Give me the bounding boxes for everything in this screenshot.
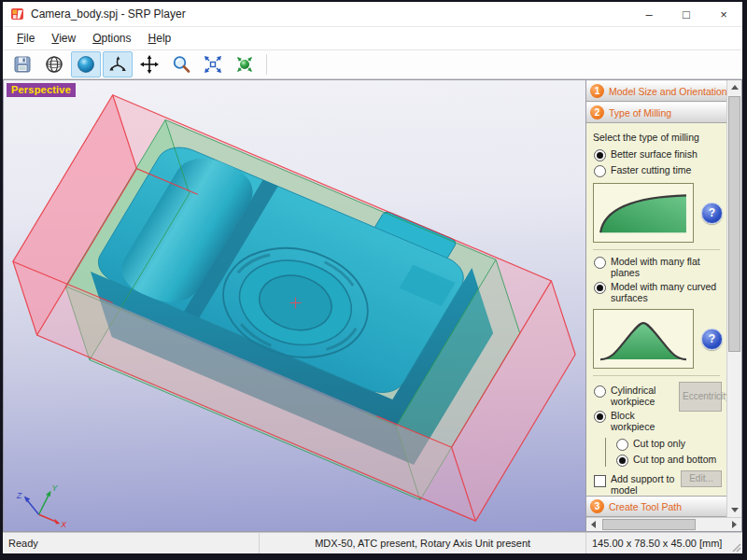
magnifier-icon bbox=[171, 54, 191, 75]
resize-grip[interactable] bbox=[730, 541, 741, 553]
scroll-down-arrow[interactable] bbox=[727, 503, 741, 517]
view-mode-label: Perspective bbox=[7, 83, 76, 97]
step-1-badge: 1 bbox=[590, 84, 604, 98]
milling-prompt: Select the type of milling bbox=[593, 132, 722, 143]
status-ready: Ready bbox=[3, 533, 260, 553]
scroll-track[interactable] bbox=[600, 518, 727, 531]
cut-options-group: Cut top only Cut top and bottom bbox=[605, 438, 722, 467]
checkbox-add-support[interactable]: Add support to model bbox=[593, 473, 677, 496]
radio-cut-top-and-bottom[interactable]: Cut top and bottom bbox=[615, 454, 722, 467]
pan-view-button[interactable] bbox=[134, 51, 164, 77]
radio-better-surface-finish[interactable]: Better surface finish bbox=[593, 148, 722, 161]
zoom-to-model-button[interactable] bbox=[230, 51, 260, 77]
axis-z-label: Z bbox=[16, 492, 22, 501]
menu-options[interactable]: Options bbox=[84, 29, 139, 48]
edit-support-button[interactable]: Edit... bbox=[681, 470, 722, 487]
title-bar: Camera_body.spj - SRP Player – □ × bbox=[3, 2, 742, 27]
status-bar: Ready MDX-50, ATC present, Rotary Axis U… bbox=[3, 532, 742, 553]
maximize-button[interactable]: □ bbox=[668, 2, 705, 26]
checkbox-icon bbox=[594, 475, 606, 487]
axis-x-label: X bbox=[60, 520, 67, 529]
axis-y-label: Y bbox=[51, 483, 58, 493]
radio-cut-top-only[interactable]: Cut top only bbox=[615, 438, 722, 451]
minimize-button[interactable]: – bbox=[630, 2, 668, 26]
help-button-model-type[interactable]: ? bbox=[701, 329, 723, 350]
scroll-thumb[interactable] bbox=[728, 96, 740, 352]
radio-block-workpiece[interactable]: Block workpiece bbox=[593, 410, 675, 432]
rotate-icon bbox=[107, 54, 128, 75]
model-type-picture bbox=[593, 309, 694, 369]
app-icon bbox=[10, 7, 25, 21]
main-area: X Y Z Perspective 1 Model Size and Orien… bbox=[3, 79, 742, 532]
surface-finish-picture bbox=[593, 183, 694, 243]
toolbar bbox=[3, 50, 742, 79]
scroll-right-arrow[interactable] bbox=[727, 518, 741, 531]
screenshot-frame: Camera_body.spj - SRP Player – □ × File … bbox=[0, 0, 747, 560]
panel-vertical-scrollbar[interactable] bbox=[726, 80, 741, 517]
menu-file[interactable]: File bbox=[8, 29, 43, 48]
radio-icon bbox=[616, 455, 628, 467]
save-button[interactable] bbox=[7, 51, 37, 77]
scroll-left-arrow[interactable] bbox=[586, 518, 600, 531]
divider bbox=[593, 249, 720, 250]
zoom-view-button[interactable] bbox=[166, 51, 196, 77]
sphere-icon bbox=[76, 54, 96, 75]
radio-icon bbox=[594, 149, 606, 161]
wireframe-view-button[interactable] bbox=[39, 51, 69, 77]
divider bbox=[593, 375, 720, 376]
radio-icon bbox=[594, 165, 606, 177]
radio-faster-cutting-time[interactable]: Faster cutting time bbox=[593, 164, 722, 177]
radio-icon bbox=[616, 439, 628, 451]
radio-icon bbox=[594, 257, 606, 269]
status-machine: MDX-50, ATC present, Rotary Axis Unit pr… bbox=[260, 533, 586, 553]
radio-icon bbox=[594, 282, 606, 294]
scene-3d: X Y Z bbox=[4, 80, 585, 531]
eccentricity-button[interactable]: Eccentricity... bbox=[679, 382, 722, 412]
radio-many-curved-surfaces[interactable]: Model with many curved surfaces bbox=[593, 281, 722, 303]
menu-bar: File View Options Help bbox=[3, 27, 742, 50]
radio-many-flat-planes[interactable]: Model with many flat planes bbox=[593, 256, 722, 278]
close-button[interactable]: × bbox=[705, 2, 742, 26]
scroll-track[interactable] bbox=[727, 94, 741, 503]
radio-icon bbox=[594, 411, 606, 423]
scroll-thumb[interactable] bbox=[602, 519, 696, 530]
fit-view-button[interactable] bbox=[198, 51, 228, 77]
menu-help[interactable]: Help bbox=[140, 29, 180, 48]
status-dimensions: 145.00 x 78.50 x 45.00 [mm] bbox=[586, 533, 742, 553]
window-title: Camera_body.spj - SRP Player bbox=[31, 7, 630, 21]
section-header-type-of-milling[interactable]: 2 Type of Milling bbox=[586, 102, 726, 123]
radio-icon bbox=[594, 385, 606, 398]
toolbar-separator bbox=[266, 54, 267, 75]
wizard-panel: 1 Model Size and Orientation 2 Type of M… bbox=[585, 79, 742, 532]
expand-arrows-icon bbox=[203, 54, 223, 75]
srp-player-window: Camera_body.spj - SRP Player – □ × File … bbox=[3, 2, 742, 553]
viewport-3d[interactable]: X Y Z Perspective bbox=[3, 79, 585, 532]
step-3-badge: 3 bbox=[590, 499, 604, 513]
axis-triad: X Y Z bbox=[16, 483, 67, 529]
radio-cylindrical-workpiece[interactable]: Cylindrical workpiece bbox=[593, 385, 675, 407]
section-header-model-size[interactable]: 1 Model Size and Orientation bbox=[586, 80, 726, 102]
milling-options-content: Select the type of milling Better surfac… bbox=[586, 123, 726, 496]
section-header-create-tool-path[interactable]: 3 Create Tool Path bbox=[586, 496, 726, 517]
scroll-up-arrow[interactable] bbox=[727, 80, 741, 94]
zoom-model-icon bbox=[234, 54, 255, 75]
panel-horizontal-scrollbar[interactable] bbox=[586, 517, 741, 531]
pan-arrows-icon bbox=[139, 54, 160, 75]
step-2-badge: 2 bbox=[590, 105, 604, 119]
floppy-icon bbox=[12, 54, 33, 75]
help-button-milling[interactable]: ? bbox=[701, 203, 723, 224]
shaded-view-button[interactable] bbox=[71, 51, 101, 77]
menu-view[interactable]: View bbox=[43, 29, 84, 48]
rotate-view-button[interactable] bbox=[103, 51, 133, 77]
globe-icon bbox=[44, 54, 64, 75]
